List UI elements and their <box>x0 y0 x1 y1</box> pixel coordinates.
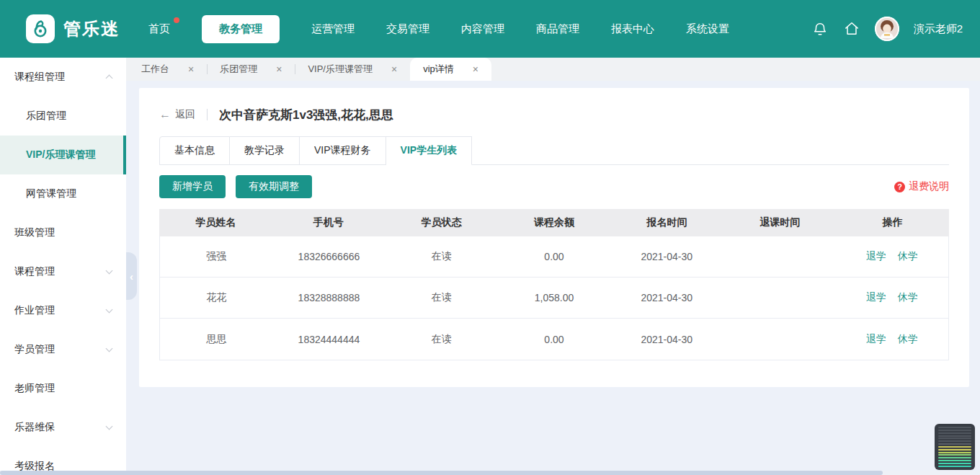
detail-tab-label: VIP课程财务 <box>314 144 371 157</box>
sidebar-item[interactable]: 老师管理 <box>0 369 126 408</box>
brand-logo-icon <box>26 14 55 43</box>
bell-icon[interactable] <box>811 20 829 37</box>
table-header-cell: 操作 <box>836 209 949 236</box>
chevron-down-icon <box>106 267 113 275</box>
nav-item[interactable]: 交易管理 <box>386 22 429 36</box>
scrollbar-thumb[interactable] <box>0 471 883 475</box>
table-header: 学员姓名手机号学员状态课程余额报名时间退课时间操作 <box>159 209 949 236</box>
sidebar-item[interactable]: 网管课管理 <box>0 174 126 213</box>
sidebar-item-label: 课程管理 <box>14 265 55 278</box>
horizontal-scrollbar[interactable] <box>0 471 980 475</box>
fps-stripe <box>938 430 971 431</box>
table-cell: 思思 <box>160 319 272 360</box>
fps-stripe <box>938 427 971 428</box>
user-name[interactable]: 演示老师2 <box>914 22 963 36</box>
table-header-cell: 手机号 <box>272 209 386 236</box>
detail-tab[interactable]: 基本信息 <box>159 136 230 165</box>
table-header-cell: 学员姓名 <box>159 209 272 236</box>
sidebar-collapse-handle[interactable]: ‹ <box>126 252 137 300</box>
workspace-tabstrip: 工作台×乐团管理×VIP/乐理课管理×vip详情× <box>126 58 980 81</box>
nav-item[interactable]: 首页 <box>148 22 170 36</box>
fps-stripe <box>938 443 971 445</box>
detail-tab[interactable]: VIP课程财务 <box>300 136 386 165</box>
fps-stripe <box>938 454 971 456</box>
table-header-cell: 学员状态 <box>385 209 498 236</box>
close-icon[interactable]: × <box>276 64 282 74</box>
table-actions-cell: 退学休学 <box>836 278 948 318</box>
sidebar-item[interactable]: 课程管理 <box>0 252 126 291</box>
table-cell: 强强 <box>160 236 272 277</box>
home-icon[interactable] <box>843 20 860 37</box>
withdraw-link[interactable]: 退学 <box>866 291 886 304</box>
fps-stripe <box>938 446 971 448</box>
nav-item-label: 运营管理 <box>311 22 355 35</box>
withdraw-link[interactable]: 退学 <box>866 333 886 346</box>
workspace-tab-label: vip详情 <box>423 63 454 76</box>
table-cell <box>723 319 835 360</box>
table-row: 强强18326666666在读0.002021-04-30退学休学 <box>160 236 948 278</box>
detail-tabs: 基本信息教学记录VIP课程财务VIP学生列表 <box>159 136 949 165</box>
table-body: 强强18326666666在读0.002021-04-30退学休学花花18328… <box>160 236 948 360</box>
sidebar-item[interactable]: 班级管理 <box>0 213 126 252</box>
workspace-tab[interactable]: 乐团管理× <box>207 58 295 81</box>
brand[interactable]: 管乐迷 <box>26 14 120 43</box>
arrow-left-icon: ← <box>159 108 171 121</box>
table-cell: 18328888888 <box>272 278 385 318</box>
fps-meter-widget <box>935 424 975 470</box>
nav-item[interactable]: 教务管理 <box>202 15 280 43</box>
refund-note-label: 退费说明 <box>909 180 949 193</box>
fps-stripe <box>938 438 971 439</box>
nav-item-label: 报表中心 <box>611 22 654 35</box>
nav-item[interactable]: 系统设置 <box>686 22 729 36</box>
page-title: 次中音萨克斯1v3强强,花花,思思 <box>219 107 393 123</box>
table-cell: 在读 <box>386 278 498 318</box>
nav-item-label: 内容管理 <box>461 22 504 35</box>
table-header-cell: 退课时间 <box>723 209 837 236</box>
nav-item[interactable]: 运营管理 <box>311 22 355 36</box>
workspace-tab[interactable]: VIP/乐理课管理× <box>295 58 410 81</box>
suspend-link[interactable]: 休学 <box>898 291 918 304</box>
table-cell <box>723 236 835 277</box>
validity-adjust-button[interactable]: 有效期调整 <box>236 175 312 198</box>
sidebar-item-label: 作业管理 <box>14 304 55 317</box>
close-icon[interactable]: × <box>473 64 478 74</box>
sidebar-item[interactable]: 课程组管理 <box>0 58 126 97</box>
withdraw-link[interactable]: 退学 <box>866 250 886 263</box>
nav-item[interactable]: 商品管理 <box>536 22 579 36</box>
fps-stripe <box>938 460 971 461</box>
table-cell: 花花 <box>160 278 272 318</box>
detail-tab-label: 基本信息 <box>174 144 215 157</box>
fps-stripe <box>938 449 971 450</box>
sidebar-item[interactable]: 乐团管理 <box>0 97 126 136</box>
main-content: ← 返回 次中音萨克斯1v3强强,花花,思思 基本信息教学记录VIP课程财务VI… <box>126 81 980 475</box>
nav-item[interactable]: 内容管理 <box>461 22 504 36</box>
nav-item[interactable]: 报表中心 <box>611 22 654 36</box>
table-actions-cell: 退学休学 <box>836 319 948 360</box>
fps-stripe <box>938 463 971 464</box>
sidebar-item[interactable]: 学员管理 <box>0 330 126 369</box>
close-icon[interactable]: × <box>391 64 397 74</box>
detail-tab[interactable]: 教学记录 <box>230 136 300 165</box>
navbar-right: 演示老师2 <box>811 17 963 41</box>
detail-tab[interactable]: VIP学生列表 <box>386 136 473 165</box>
avatar[interactable] <box>875 17 899 41</box>
close-icon[interactable]: × <box>188 64 194 74</box>
sidebar-item[interactable]: 作业管理 <box>0 291 126 330</box>
sidebar-item[interactable]: VIP/乐理课管理 <box>0 136 126 174</box>
sidebar-item[interactable]: 乐器维保 <box>0 408 126 447</box>
refund-note[interactable]: ? 退费说明 <box>894 180 949 193</box>
table-cell: 2021-04-30 <box>610 236 723 277</box>
suspend-link[interactable]: 休学 <box>898 250 918 263</box>
sidebar: 课程组管理乐团管理VIP/乐理课管理网管课管理班级管理课程管理作业管理学员管理老… <box>0 58 126 475</box>
question-circle-icon: ? <box>894 182 905 192</box>
fps-stripe <box>938 440 971 442</box>
sidebar-item-label: 乐器维保 <box>14 421 55 434</box>
workspace-tab[interactable]: 工作台× <box>128 58 207 81</box>
app-root: 管乐迷 首页教务管理运营管理交易管理内容管理商品管理报表中心系统设置 <box>0 0 980 475</box>
nav-item-label: 商品管理 <box>536 22 579 35</box>
top-navbar: 管乐迷 首页教务管理运营管理交易管理内容管理商品管理报表中心系统设置 <box>0 0 980 58</box>
back-button[interactable]: ← 返回 <box>159 108 195 121</box>
workspace-tab[interactable]: vip详情× <box>410 58 491 81</box>
suspend-link[interactable]: 休学 <box>898 333 918 346</box>
add-student-button[interactable]: 新增学员 <box>159 175 226 198</box>
